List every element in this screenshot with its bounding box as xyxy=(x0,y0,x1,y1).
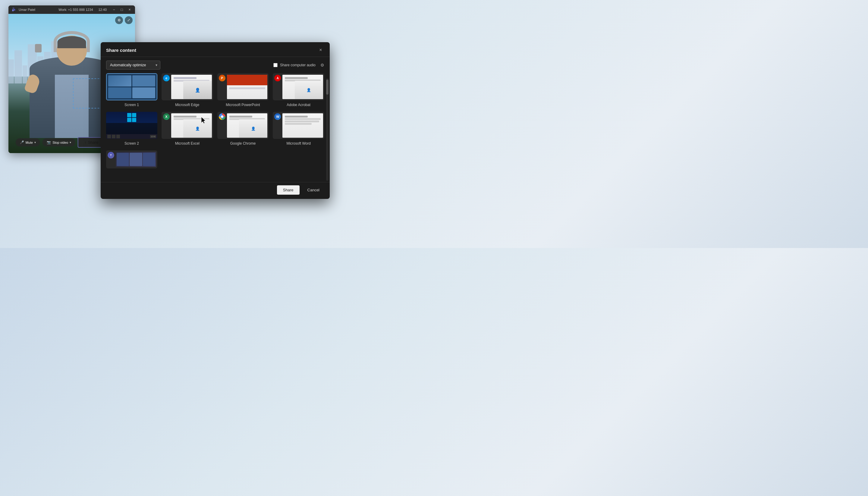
share-content-grid-area: Screen 1 e 👤 Microsoft xyxy=(100,73,330,182)
chrome-preview: 👤 xyxy=(239,119,267,138)
share-icon: ↑ xyxy=(84,140,87,145)
teams-logo-icon xyxy=(12,7,16,12)
video-top-icons: ⚙ ⤢ xyxy=(115,16,133,24)
powerpoint-thumbnail: P xyxy=(217,73,269,100)
scroll-thumb[interactable] xyxy=(326,80,328,95)
expand-icon-button[interactable]: ⤢ xyxy=(125,16,133,24)
optimize-dropdown-wrapper: Automatically optimize ▾ xyxy=(106,61,160,69)
screen1-thumbnail xyxy=(106,73,157,100)
excel-label: Microsoft Excel xyxy=(175,141,200,145)
acrobat-thumbnail: A 👤 xyxy=(273,73,324,100)
window-controls: − □ × xyxy=(111,7,132,12)
screen2-label: Screen 2 xyxy=(124,141,139,145)
share-item-chrome[interactable]: 👤 Google Chrome xyxy=(217,112,269,145)
share-panel-close-button[interactable]: × xyxy=(317,46,324,53)
share-item-powerpoint[interactable]: P Microsoft PowerPoint xyxy=(217,73,269,107)
svg-point-2 xyxy=(221,115,223,118)
share-content-panel: Share content × Automatically optimize ▾… xyxy=(100,42,330,199)
teams-icon: T xyxy=(108,152,114,158)
word-thumbnail: W xyxy=(273,112,324,139)
word-label: Microsoft Word xyxy=(286,141,310,145)
chrome-content: 👤 xyxy=(227,113,268,138)
microphone-icon: 🎤 xyxy=(20,140,24,144)
teams-content xyxy=(116,152,156,167)
share-panel-header: Share content × xyxy=(100,42,330,57)
share-panel-title: Share content xyxy=(106,48,136,53)
titlebar-time: 12:40 xyxy=(98,8,107,12)
audio-checkbox[interactable] xyxy=(273,63,278,67)
excel-content: 👤 xyxy=(171,113,212,138)
titlebar: Umar Patel Work: +1 555 888 1234 12:40 −… xyxy=(9,5,135,14)
audio-share-option: Share computer audio ⚙ xyxy=(273,63,324,67)
minimize-button[interactable]: − xyxy=(111,7,117,12)
settings-icon[interactable]: ⚙ xyxy=(320,63,324,67)
mute-label: Mute xyxy=(26,141,33,144)
titlebar-user-phone: Work: +1 555 888 1234 xyxy=(59,8,96,12)
acrobat-preview: 👤 xyxy=(295,81,323,99)
share-item-word[interactable]: W Microsoft Word xyxy=(273,112,324,145)
audio-label: Share computer audio xyxy=(280,63,315,67)
screen2-thumbnail: 12:40 xyxy=(106,112,157,139)
stop-video-label: Stop video xyxy=(52,141,68,144)
close-button[interactable]: × xyxy=(127,7,132,12)
chrome-label: Google Chrome xyxy=(230,141,256,145)
video-icon: 📷 xyxy=(47,140,51,144)
share-item-teams[interactable]: T xyxy=(106,150,157,168)
share-item-screen1[interactable]: Screen 1 xyxy=(106,73,157,107)
edge-content: 👤 xyxy=(171,75,212,99)
share-item-screen2[interactable]: 12:40 Screen 2 xyxy=(106,112,157,145)
powerpoint-icon: P xyxy=(219,75,226,81)
share-label: Share xyxy=(88,140,98,145)
chrome-thumbnail: 👤 xyxy=(217,112,269,139)
teams-thumbnail: T xyxy=(106,150,157,168)
powerpoint-label: Microsoft PowerPoint xyxy=(226,103,260,107)
share-items-grid: Screen 1 e 👤 Microsoft xyxy=(106,73,324,168)
excel-icon: X xyxy=(163,113,170,120)
share-item-edge[interactable]: e 👤 Microsoft Edge xyxy=(161,73,213,107)
acrobat-icon: A xyxy=(274,75,281,81)
screen1-label: Screen 1 xyxy=(124,103,139,107)
acrobat-label: Adobe Acrobat xyxy=(286,103,310,107)
edge-preview: 👤 xyxy=(183,81,212,99)
share-toolbar: Automatically optimize ▾ Share computer … xyxy=(100,57,330,73)
optimize-dropdown[interactable]: Automatically optimize xyxy=(106,61,160,69)
cancel-button[interactable]: Cancel xyxy=(303,185,324,195)
titlebar-user-name: Umar Patel xyxy=(19,8,56,12)
word-icon: W xyxy=(274,113,281,120)
mute-button[interactable]: 🎤 Mute ▾ xyxy=(16,138,40,146)
chrome-icon xyxy=(219,113,226,120)
excel-thumbnail: X 👤 xyxy=(161,112,213,139)
gear-icon-button[interactable]: ⚙ xyxy=(115,16,123,24)
mute-dropdown-arrow: ▾ xyxy=(34,141,36,144)
powerpoint-content xyxy=(227,75,268,99)
share-panel-footer: Share Cancel xyxy=(100,182,330,199)
share-item-excel[interactable]: X 👤 Microsoft Excel xyxy=(161,112,213,145)
stop-video-dropdown-arrow: ▾ xyxy=(69,141,71,144)
edge-label: Microsoft Edge xyxy=(175,103,199,107)
excel-preview: 👤 xyxy=(183,119,212,138)
share-item-acrobat[interactable]: A 👤 Adobe Acrobat xyxy=(273,73,324,107)
edge-thumbnail: e 👤 xyxy=(161,73,213,100)
scrollbar[interactable] xyxy=(326,78,328,181)
stop-video-button[interactable]: 📷 Stop video ▾ xyxy=(43,138,75,146)
share-confirm-button[interactable]: Share xyxy=(277,185,299,195)
acrobat-content: 👤 xyxy=(282,75,323,99)
maximize-button[interactable]: □ xyxy=(119,7,124,12)
svg-rect-0 xyxy=(12,10,14,12)
edge-icon: e xyxy=(163,75,170,81)
word-content xyxy=(282,113,323,138)
